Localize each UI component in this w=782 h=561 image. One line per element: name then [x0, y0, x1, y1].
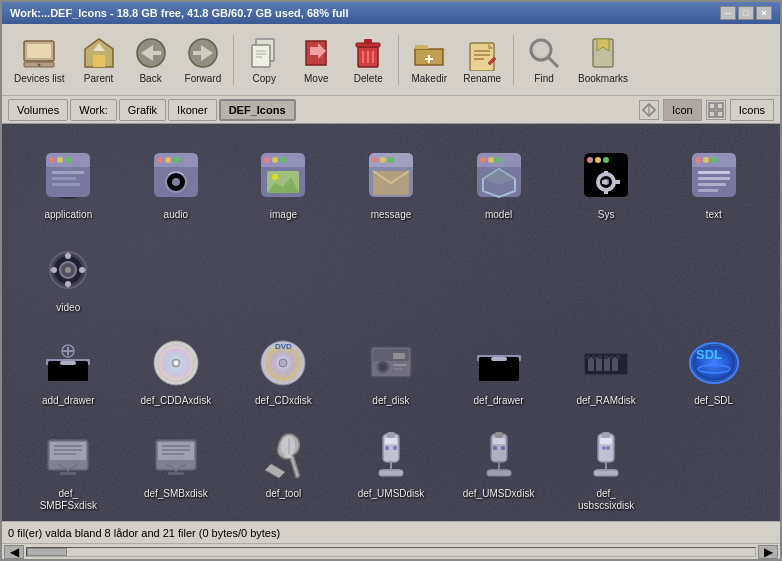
toolbar-copy[interactable]: Copy	[240, 32, 288, 87]
svg-rect-119	[612, 357, 618, 371]
def-umsdx-icon-img	[469, 424, 529, 484]
toolbar-rename[interactable]: Rename	[457, 32, 507, 87]
icon-def-ramdisk[interactable]: def_RAMdisk	[555, 325, 658, 413]
svg-rect-30	[709, 103, 715, 109]
close-button[interactable]: ×	[756, 6, 772, 20]
svg-point-80	[65, 267, 71, 273]
toolbar-delete[interactable]: Delete	[344, 32, 392, 87]
def-sdl-icon-img: SDL	[684, 331, 744, 391]
svg-rect-149	[501, 446, 505, 450]
toolbar-back[interactable]: Back	[127, 32, 175, 87]
def-ramdisk-label: def_RAMdisk	[576, 395, 635, 407]
tab-grafik[interactable]: Grafik	[119, 99, 166, 121]
image-icon-img	[253, 145, 313, 205]
empty-cell-4	[447, 232, 550, 320]
toolbar-copy-label: Copy	[253, 73, 276, 84]
svg-text:DVD: DVD	[275, 342, 292, 351]
toolbar-forward[interactable]: Forward	[179, 32, 228, 87]
horizontal-scrollbar[interactable]: ◀ ▶	[2, 543, 780, 559]
toolbar-devices-list[interactable]: Devices list	[8, 32, 71, 87]
maximize-button[interactable]: □	[738, 6, 754, 20]
def-ramdisk-icon-img	[576, 331, 636, 391]
icon-view-button[interactable]: Icon	[663, 99, 702, 121]
toolbar-parent-label: Parent	[84, 73, 113, 84]
icons-view-button[interactable]: Icons	[730, 99, 774, 121]
icon-image[interactable]: image	[232, 139, 335, 227]
view-list-icon[interactable]	[706, 100, 726, 120]
svg-rect-146	[495, 432, 503, 438]
svg-point-49	[280, 157, 286, 163]
scroll-left-button[interactable]: ◀	[4, 545, 24, 559]
view-icon-button[interactable]	[639, 100, 659, 120]
svg-rect-40	[52, 183, 80, 186]
svg-point-43	[173, 157, 179, 163]
tab-ikoner[interactable]: Ikoner	[168, 99, 217, 121]
svg-point-36	[57, 157, 63, 163]
svg-rect-15	[364, 39, 372, 43]
icon-def-disk[interactable]: def_disk	[340, 325, 443, 413]
tab-volumes[interactable]: Volumes	[8, 99, 68, 121]
def-sdl-label: def_SDL	[694, 395, 733, 407]
icon-def-drawer[interactable]: def_drawer	[447, 325, 550, 413]
icon-audio[interactable]: audio	[125, 139, 228, 227]
text-icon-img	[684, 145, 744, 205]
icon-def-umsd[interactable]: def_UMSDdisk	[340, 418, 443, 518]
icon-def-cdxdisk[interactable]: DVD def_CDxdisk	[232, 325, 335, 413]
svg-rect-68	[602, 180, 607, 184]
svg-point-3	[38, 64, 41, 67]
toolbar-move[interactable]: Move	[292, 32, 340, 87]
toolbar-sep-3	[513, 35, 514, 85]
audio-label: audio	[164, 209, 188, 221]
icon-def-tool[interactable]: def_tool	[232, 418, 335, 518]
icon-def-usbscsi[interactable]: def_ usbscsixdisk	[555, 418, 658, 518]
svg-rect-66	[604, 171, 608, 176]
def-umsd-icon-img	[361, 424, 421, 484]
svg-rect-38	[52, 171, 84, 174]
icon-sys[interactable]: Sys	[555, 139, 658, 227]
svg-rect-4	[93, 55, 105, 67]
status-bar: 0 fil(er) valda bland 8 lådor and 21 fil…	[2, 521, 780, 543]
toolbar-sep-1	[233, 35, 234, 85]
icon-video[interactable]: video	[17, 232, 120, 320]
status-text: 0 fil(er) valda bland 8 lådor and 21 fil…	[8, 527, 280, 539]
icon-def-umsdx[interactable]: def_UMSDxdisk	[447, 418, 550, 518]
icon-application[interactable]: application	[17, 139, 120, 227]
application-icon-img	[38, 145, 98, 205]
toolbar-sep-2	[398, 35, 399, 85]
icon-model[interactable]: model	[447, 139, 550, 227]
icon-def-cddaxdisk[interactable]: def_CDDAxdisk	[125, 325, 228, 413]
toolbar-find[interactable]: Find	[520, 32, 568, 87]
toolbar-makedir[interactable]: Makedir	[405, 32, 453, 87]
message-label: message	[371, 209, 412, 221]
tab-def-icons[interactable]: DEF_Icons	[219, 99, 296, 121]
svg-rect-156	[594, 470, 618, 476]
sys-label: Sys	[598, 209, 615, 221]
delete-icon	[350, 35, 386, 71]
svg-rect-110	[393, 368, 403, 370]
svg-point-46	[172, 178, 180, 186]
icon-message[interactable]: message	[340, 139, 443, 227]
toolbar-bookmarks[interactable]: Bookmarks	[572, 32, 634, 87]
def-disk-icon-img	[361, 331, 421, 391]
icon-text[interactable]: text	[662, 139, 765, 227]
def-cddaxdisk-label: def_CDDAxdisk	[141, 395, 212, 407]
bookmarks-icon	[585, 35, 621, 71]
svg-rect-33	[717, 111, 723, 117]
icon-def-sdl[interactable]: SDL def_SDL	[662, 325, 765, 413]
scroll-thumb[interactable]	[27, 548, 67, 556]
parent-icon	[81, 35, 117, 71]
toolbar-forward-label: Forward	[185, 73, 222, 84]
svg-point-54	[388, 157, 394, 163]
icon-def-smbfsx[interactable]: def_ SMBFSxdisk	[17, 418, 120, 518]
scroll-right-button[interactable]: ▶	[758, 545, 778, 559]
icon-def-smbxdisk[interactable]: def_SMBxdisk	[125, 418, 228, 518]
minimize-button[interactable]: ─	[720, 6, 736, 20]
icon-add-drawer[interactable]: add_drawer	[17, 325, 120, 413]
tab-work[interactable]: Work:	[70, 99, 117, 121]
def-cddaxdisk-icon-img	[146, 331, 206, 391]
toolbar-parent[interactable]: Parent	[75, 32, 123, 87]
scroll-track[interactable]	[26, 547, 756, 557]
file-browser-content: application au	[2, 124, 780, 521]
svg-rect-31	[717, 103, 723, 109]
svg-rect-121	[592, 355, 596, 359]
